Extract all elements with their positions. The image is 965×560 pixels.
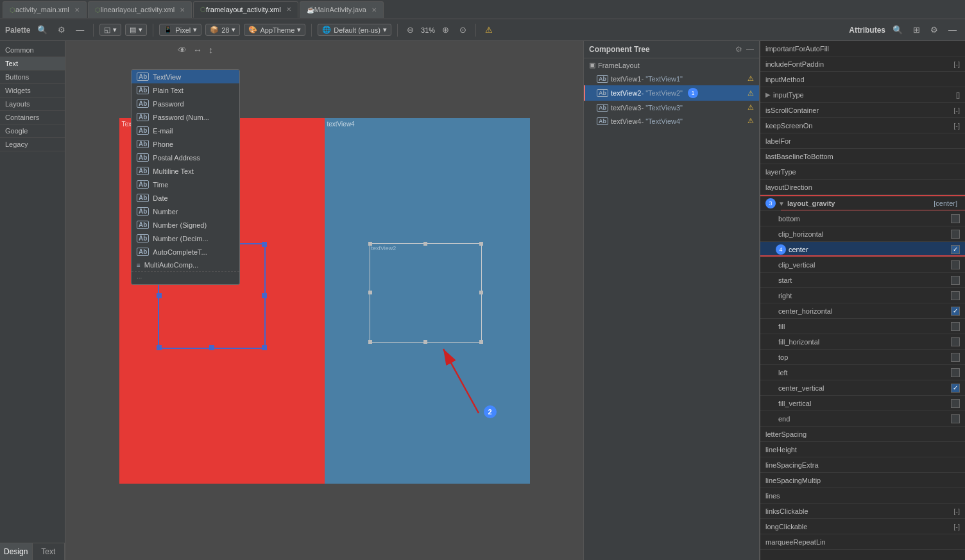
attr-center[interactable]: 4 center ✓	[760, 242, 965, 257]
screen-blue[interactable]: textView4 textView2	[325, 118, 530, 484]
category-buttons[interactable]: Buttons	[0, 71, 65, 84]
locale-dropdown[interactable]: 🌐 Default (en-us) ▾	[318, 24, 391, 36]
category-containers[interactable]: Containers	[0, 111, 65, 124]
attr-includefontpaddin[interactable]: includeFontPaddin [-]	[760, 56, 965, 72]
checkbox-left[interactable]	[951, 368, 960, 377]
tab-activity-main[interactable]: ⬡ activity_main.xml ✕	[3, 1, 87, 18]
tree-item-textview1[interactable]: Ab textView1- "TextView1" ⚠	[584, 72, 759, 85]
tree-item-textview4[interactable]: Ab textView4- "TextView4" ⚠	[584, 114, 759, 128]
tree-minimize-icon[interactable]: —	[746, 45, 754, 54]
attr-search-button[interactable]: 🔍	[889, 23, 906, 37]
category-google[interactable]: Google	[0, 124, 65, 138]
palette-item-multiauto[interactable]: ≡ MultiAutoComp...	[132, 259, 239, 271]
palette-item-plaintext[interactable]: Ab Plain Text	[132, 83, 239, 97]
numberdec-icon: Ab	[137, 234, 149, 242]
category-layouts[interactable]: Layouts	[0, 98, 65, 111]
close-icon[interactable]: ✕	[180, 6, 185, 13]
warning-button[interactable]: ⚠	[482, 23, 496, 37]
attr-linksclickable[interactable]: linksClickable [-]	[760, 504, 965, 519]
theme-dropdown[interactable]: 🎨 AppTheme ▾	[244, 24, 305, 36]
palette-item-multiline[interactable]: Ab Multiline Text	[132, 164, 239, 178]
warn-icon-3: ⚠	[747, 103, 754, 112]
palette-item-postal[interactable]: Ab Postal Address	[132, 151, 239, 164]
palette-item-password[interactable]: Ab Password	[132, 97, 239, 110]
palette-item-textview[interactable]: Ab TextView	[132, 70, 239, 83]
palette-item-email[interactable]: Ab E-mail	[132, 124, 239, 137]
attr-isscroll[interactable]: isScrollContainer [-]	[760, 103, 965, 118]
palette-item-phone[interactable]: Ab Phone	[132, 137, 239, 151]
category-text[interactable]: Text	[0, 57, 65, 71]
checkbox-start[interactable]	[951, 276, 960, 285]
attr-centerhorizontal[interactable]: center_horizontal ✓	[760, 303, 965, 319]
zoom-in-button[interactable]: ⊕	[439, 23, 452, 37]
tab-linearlayout[interactable]: ⬡ linearlayout_activity.xml ✕	[88, 1, 192, 18]
minimize-button[interactable]: —	[73, 23, 87, 37]
attr-layoutgravity[interactable]: 3 ▼ layout_gravity [center]	[760, 195, 965, 211]
tab-text[interactable]: Text	[33, 543, 65, 560]
tab-mainactivity[interactable]: ☕ MainActivity.java ✕	[300, 1, 384, 18]
handle-br	[262, 345, 267, 350]
checkbox-clipvertical[interactable]	[951, 260, 960, 269]
orientation-dropdown[interactable]: ◱▾	[99, 24, 121, 36]
attr-bottom[interactable]: bottom	[760, 211, 965, 226]
close-icon[interactable]: ✕	[74, 6, 80, 13]
checkbox-center[interactable]: ✓	[951, 245, 960, 254]
checkbox-centerhorizontal[interactable]: ✓	[951, 307, 960, 316]
checkbox-fillhorizontal[interactable]	[951, 337, 960, 346]
attr-end[interactable]: end	[760, 411, 965, 427]
arrow-h-button[interactable]: ↔	[193, 45, 202, 55]
checkbox-fillvertical[interactable]	[951, 399, 960, 408]
palette-item-numbersigned[interactable]: Ab Number (Signed)	[132, 218, 239, 232]
palette-item-time[interactable]: Ab Time	[132, 178, 239, 191]
attr-keepscreen[interactable]: keepScreenOn [-]	[760, 118, 965, 133]
attr-top[interactable]: top	[760, 350, 965, 365]
view-mode-dropdown[interactable]: ▤▾	[125, 24, 147, 36]
attr-start[interactable]: start	[760, 273, 965, 288]
eye-button[interactable]: 👁	[178, 45, 187, 55]
attr-importantforauto: importantForAutoFill	[760, 41, 965, 56]
palette-item-numberdec[interactable]: Ab Number (Decim...	[132, 232, 239, 245]
tree-settings-icon[interactable]: ⚙	[735, 45, 742, 54]
arrow-v-button[interactable]: ↕	[209, 45, 213, 55]
category-legacy[interactable]: Legacy	[0, 138, 65, 151]
checkbox-centervertical[interactable]: ✓	[951, 384, 960, 393]
device-dropdown[interactable]: 📱 Pixel ▾	[159, 24, 201, 36]
zoom-fit-button[interactable]: ⊙	[456, 23, 470, 37]
attr-longclickable[interactable]: longClickable [-]	[760, 519, 965, 534]
api-dropdown[interactable]: 📦 28 ▾	[205, 24, 240, 36]
palette-item-number[interactable]: Ab Number	[132, 205, 239, 218]
palette-item-passwordnum[interactable]: Ab Password (Num...	[132, 110, 239, 124]
attr-clipvertical[interactable]: clip_vertical	[760, 257, 965, 273]
checkbox-bottom[interactable]	[951, 214, 960, 223]
attr-cliphorizontal[interactable]: clip_horizontal	[760, 226, 965, 242]
attr-settings-button[interactable]: ⚙	[927, 23, 941, 37]
tree-item-textview2[interactable]: Ab textView2- "TextView2" 1 ⚠	[584, 85, 759, 101]
checkbox-cliphorizontal[interactable]	[951, 230, 960, 239]
checkbox-fill[interactable]	[951, 322, 960, 331]
category-widgets[interactable]: Widgets	[0, 84, 65, 98]
zoom-out-button[interactable]: ⊖	[404, 23, 417, 37]
attr-fillvertical[interactable]: fill_vertical	[760, 396, 965, 411]
attr-right[interactable]: right	[760, 288, 965, 303]
attr-left[interactable]: left	[760, 365, 965, 380]
palette-item-date[interactable]: Ab Date	[132, 191, 239, 205]
tab-design[interactable]: Design	[0, 543, 33, 560]
attr-inputtype[interactable]: ▶ inputType []	[760, 87, 965, 103]
attr-fillhorizontal[interactable]: fill_horizontal	[760, 334, 965, 350]
checkbox-top[interactable]	[951, 353, 960, 362]
close-icon[interactable]: ✕	[286, 6, 291, 13]
tree-root[interactable]: ▣ FrameLayout	[584, 58, 759, 72]
tab-framelayout[interactable]: ⬡ framelayout_activity.xml ✕	[193, 1, 298, 18]
checkbox-right[interactable]	[951, 291, 960, 300]
attr-fill[interactable]: fill	[760, 319, 965, 334]
search-button[interactable]: 🔍	[34, 23, 51, 37]
tree-item-textview3[interactable]: Ab textView3- "TextView3" ⚠	[584, 101, 759, 114]
close-icon[interactable]: ✕	[371, 6, 377, 13]
palette-item-autocomplete[interactable]: Ab AutoCompleteT...	[132, 245, 239, 259]
checkbox-end[interactable]	[951, 414, 960, 423]
settings-button[interactable]: ⚙	[55, 23, 69, 37]
attr-centervertical[interactable]: center_vertical ✓	[760, 380, 965, 396]
category-common[interactable]: Common	[0, 44, 65, 57]
attr-view-button[interactable]: ⊞	[910, 23, 923, 37]
attr-minimize-button[interactable]: —	[945, 23, 960, 37]
